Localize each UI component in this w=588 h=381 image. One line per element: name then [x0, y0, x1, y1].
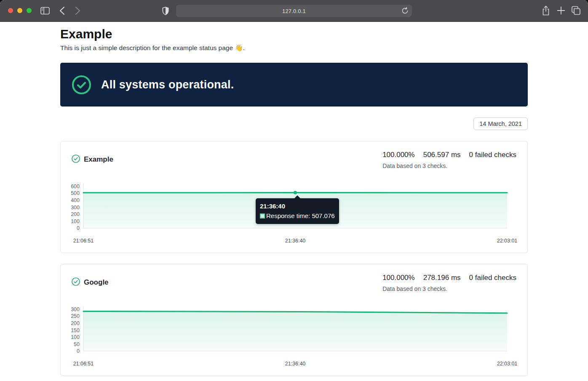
address-bar[interactable]: 127.0.0.1	[176, 5, 412, 17]
monitor-card-google: Google 100.000% 278.196 ms 0 failed chec…	[60, 264, 528, 376]
svg-text:0: 0	[77, 348, 80, 354]
privacy-shield-icon[interactable]	[162, 6, 169, 16]
monitor-ok-check-icon	[72, 277, 80, 288]
card-header: Google 100.000% 278.196 ms 0 failed chec…	[72, 274, 516, 292]
browser-toolbar: 127.0.0.1	[0, 0, 588, 22]
svg-text:600: 600	[71, 184, 80, 189]
tooltip-series-swatch-icon	[260, 213, 265, 218]
success-check-circle-icon	[72, 75, 91, 95]
browser-window: 127.0.0.1	[0, 0, 588, 381]
uptime-stat: 100.000%	[382, 151, 415, 159]
monitor-name: Google	[84, 278, 109, 287]
svg-text:200: 200	[71, 320, 80, 326]
tooltip-value: Response time: 507.076	[266, 212, 335, 219]
monitor-card-example: Example 100.000% 506.597 ms 0 failed che…	[60, 141, 528, 253]
page-title: Example	[60, 22, 528, 41]
chart-tooltip: 21:36:40 Response time: 507.076	[256, 198, 339, 224]
monitor-stats: 100.000% 506.597 ms 0 failed checks Data…	[382, 151, 516, 169]
share-icon[interactable]	[542, 5, 550, 16]
svg-text:200: 200	[71, 211, 80, 217]
svg-text:100: 100	[71, 218, 80, 224]
new-tab-icon[interactable]	[557, 6, 565, 15]
svg-text:100: 100	[71, 334, 80, 340]
svg-text:300: 300	[71, 306, 80, 312]
zoom-window-button[interactable]	[27, 8, 32, 13]
svg-text:400: 400	[71, 197, 80, 203]
svg-text:21:06:51: 21:06:51	[73, 361, 94, 367]
svg-text:22:03:01: 22:03:01	[497, 361, 518, 367]
avg-response-stat: 506.597 ms	[423, 151, 461, 159]
stats-subtext: Data based on 3 checks.	[382, 163, 516, 169]
all-systems-operational-banner: All systems operational.	[60, 63, 528, 107]
svg-text:500: 500	[71, 190, 80, 196]
banner-message: All systems operational.	[101, 78, 234, 91]
stats-subtext: Data based on 3 checks.	[382, 285, 516, 292]
svg-text:250: 250	[71, 313, 80, 319]
svg-text:22:03:01: 22:03:01	[497, 238, 518, 244]
page-description: This is just a simple description for th…	[60, 44, 528, 52]
svg-text:21:36:40: 21:36:40	[285, 238, 306, 244]
svg-text:50: 50	[74, 341, 80, 347]
monitor-ok-check-icon	[72, 155, 80, 165]
status-page: Example This is just a simple descriptio…	[0, 22, 588, 381]
tooltip-time: 21:36:40	[260, 202, 335, 210]
svg-text:0: 0	[77, 225, 80, 231]
forward-button-icon	[75, 6, 80, 15]
back-button-icon[interactable]	[59, 6, 65, 15]
failed-checks-stat: 0 failed checks	[469, 151, 516, 159]
svg-text:21:36:40: 21:36:40	[285, 361, 306, 367]
close-window-button[interactable]	[8, 8, 13, 13]
svg-text:21:06:51: 21:06:51	[73, 238, 94, 244]
card-header: Example 100.000% 506.597 ms 0 failed che…	[72, 151, 516, 169]
reload-icon[interactable]	[401, 7, 409, 16]
minimize-window-button[interactable]	[17, 8, 22, 13]
date-picker-button[interactable]: 14 March, 2021	[473, 117, 528, 130]
monitor-name: Example	[84, 155, 113, 164]
avg-response-stat: 278.196 ms	[423, 274, 461, 282]
failed-checks-stat: 0 failed checks	[469, 274, 516, 282]
tab-overview-icon[interactable]	[571, 6, 581, 15]
response-time-chart[interactable]: 05010015020025030021:06:5121:36:4022:03:…	[72, 305, 516, 368]
date-filter-row: 14 March, 2021	[60, 117, 528, 130]
url-text: 127.0.0.1	[282, 8, 306, 14]
uptime-stat: 100.000%	[382, 274, 415, 282]
sidebar-toggle-icon[interactable]	[40, 7, 50, 15]
monitor-stats: 100.000% 278.196 ms 0 failed checks Data…	[382, 274, 516, 292]
svg-text:150: 150	[71, 328, 80, 333]
svg-text:300: 300	[71, 205, 80, 210]
